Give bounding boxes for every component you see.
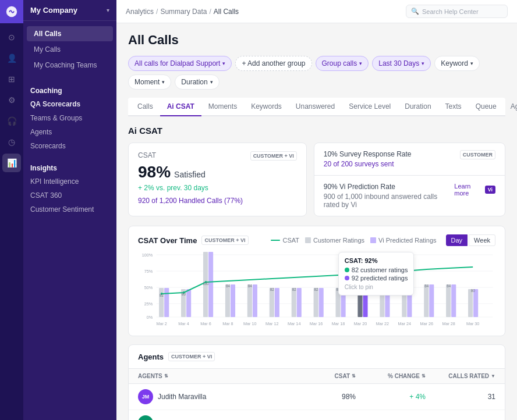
learn-more-link[interactable]: Learn more bbox=[454, 183, 481, 197]
svg-rect-19 bbox=[247, 284, 252, 317]
chevron-down-icon: ▾ bbox=[422, 60, 424, 66]
svg-text:25%: 25% bbox=[144, 301, 153, 307]
nav-icon-chart[interactable]: 📊 bbox=[2, 154, 21, 172]
company-name: My Company bbox=[30, 6, 107, 15]
csat-main-card: CSAT CUSTOMER + VI 98% Satisfied + 2% vs… bbox=[128, 143, 307, 216]
filter-group-label: All calls for Dialpad Support bbox=[134, 59, 220, 67]
sidebar-item-my-calls[interactable]: My Calls bbox=[27, 42, 113, 57]
breadcrumb-all-calls: All Calls bbox=[214, 8, 239, 16]
nav-icon-team[interactable]: ⊞ bbox=[2, 70, 21, 88]
svg-text:Mar 18: Mar 18 bbox=[332, 321, 345, 326]
chart-badge: CUSTOMER + VI bbox=[201, 236, 248, 245]
tab-calls[interactable]: Calls bbox=[130, 98, 160, 116]
survey-badge: CUSTOMER bbox=[460, 150, 495, 159]
tab-unanswered[interactable]: Unanswered bbox=[289, 98, 342, 116]
nav-icon-settings[interactable]: ⚙ bbox=[2, 91, 21, 109]
table-row: AH Adaora Hazubuike 95% + 3% 22 bbox=[129, 410, 505, 420]
breadcrumb-summary-data[interactable]: Summary Data bbox=[160, 8, 207, 16]
th-calls[interactable]: CALLS RATED ▼ bbox=[426, 373, 495, 379]
svg-text:50%: 50% bbox=[144, 285, 153, 290]
sidebar-item-scorecards[interactable]: Scorecards bbox=[23, 139, 116, 153]
tab-texts[interactable]: Texts bbox=[438, 98, 469, 116]
filter-duration[interactable]: Duration ▾ bbox=[175, 74, 219, 90]
tab-agent-status[interactable]: Agent Status bbox=[504, 98, 517, 116]
tooltip-vi-row: 92 predicted ratings bbox=[345, 275, 408, 282]
svg-text:84: 84 bbox=[226, 284, 230, 288]
sidebar-item-qa-scorecards[interactable]: QA Scorecards bbox=[23, 97, 116, 111]
tab-keywords[interactable]: Keywords bbox=[244, 98, 289, 116]
filter-keyword-label: Keyword bbox=[441, 59, 468, 67]
filter-group[interactable]: All calls for Dialpad Support ▾ bbox=[128, 56, 232, 71]
sort-icon: ⇅ bbox=[164, 373, 168, 379]
tab-duration[interactable]: Duration bbox=[398, 98, 438, 116]
sidebar-item-sentiment[interactable]: Customer Sentiment bbox=[23, 202, 116, 216]
filter-group-calls[interactable]: Group calls ▾ bbox=[316, 56, 369, 71]
filter-add-group[interactable]: + Add another group bbox=[235, 56, 311, 71]
filter-last30[interactable]: Last 30 Days ▾ bbox=[372, 56, 431, 71]
breadcrumb: Analytics / Summary Data / All Calls bbox=[126, 8, 402, 16]
th-agents[interactable]: AGENTS ⇅ bbox=[138, 373, 298, 379]
chevron-down-icon: ▾ bbox=[222, 60, 225, 66]
breadcrumb-sep-1: / bbox=[156, 8, 158, 16]
nav-icon-users[interactable]: 👤 bbox=[2, 49, 21, 67]
tab-service-level[interactable]: Service Level bbox=[342, 98, 398, 116]
filter-group-calls-label: Group calls bbox=[322, 59, 357, 67]
sidebar-item-kpi[interactable]: KPI Intelligence bbox=[23, 175, 116, 188]
th-csat[interactable]: CSAT ⇅ bbox=[298, 373, 356, 379]
filter-moment[interactable]: Moment ▾ bbox=[128, 74, 171, 90]
svg-text:84: 84 bbox=[248, 284, 252, 288]
tab-queue[interactable]: Queue bbox=[469, 98, 504, 116]
svg-text:Mar 26: Mar 26 bbox=[420, 321, 433, 326]
sidebar-item-agents[interactable]: Agents bbox=[23, 125, 116, 139]
search-icon: 🔍 bbox=[411, 8, 419, 15]
chart-day-button[interactable]: Day bbox=[446, 234, 468, 246]
nav-icon-clock[interactable]: ◷ bbox=[2, 133, 21, 151]
svg-rect-38 bbox=[451, 284, 456, 317]
svg-text:Mar 6: Mar 6 bbox=[200, 321, 211, 326]
tooltip-vi-label: 92 predicted ratings bbox=[352, 275, 408, 282]
sort-icon: ⇅ bbox=[352, 373, 356, 379]
filter-duration-label: Duration bbox=[181, 78, 207, 86]
tooltip-pin-link[interactable]: Click to pin bbox=[345, 284, 408, 290]
sidebar-item-csat360[interactable]: CSAT 360 bbox=[23, 188, 116, 202]
csat-label: CSAT bbox=[138, 151, 156, 159]
sort-icon: ▼ bbox=[491, 373, 495, 379]
agent-csat: 98% bbox=[298, 393, 356, 401]
survey-title: 10% Survey Response Rate bbox=[324, 150, 412, 158]
th-change[interactable]: % CHANGE ⇅ bbox=[356, 373, 426, 379]
svg-rect-22 bbox=[275, 288, 279, 317]
svg-text:Mar 2: Mar 2 bbox=[156, 321, 167, 326]
chevron-down-icon: ▾ bbox=[359, 60, 362, 66]
tab-ai-csat[interactable]: Ai CSAT bbox=[160, 98, 201, 116]
sidebar-item-teams-groups[interactable]: Teams & Groups bbox=[23, 111, 116, 125]
nav-icon-home[interactable]: ⊙ bbox=[2, 28, 21, 47]
svg-text:Mar 12: Mar 12 bbox=[265, 321, 278, 326]
svg-rect-39 bbox=[468, 289, 473, 317]
company-selector[interactable]: My Company ▾ bbox=[23, 0, 116, 21]
chart-tooltip: CSAT: 92% 82 customer ratings 92 predict… bbox=[338, 252, 415, 296]
svg-rect-37 bbox=[446, 284, 451, 317]
svg-text:Mar 16: Mar 16 bbox=[310, 321, 323, 326]
legend-csat: CSAT bbox=[271, 237, 299, 244]
breadcrumb-analytics[interactable]: Analytics bbox=[126, 8, 154, 16]
tab-moments[interactable]: Moments bbox=[201, 98, 244, 116]
tabs: Calls Ai CSAT Moments Keywords Unanswere… bbox=[128, 98, 505, 116]
filter-keyword[interactable]: Keyword ▾ bbox=[434, 56, 480, 71]
nav-icon-headset[interactable]: 🎧 bbox=[2, 112, 21, 130]
chart-title: CSAT Over Time bbox=[138, 236, 197, 245]
svg-text:0%: 0% bbox=[147, 315, 153, 320]
chevron-down-icon: ▾ bbox=[210, 79, 213, 85]
sidebar-item-coaching-teams[interactable]: My Coaching Teams bbox=[27, 58, 113, 73]
ai-csat-section-title: Ai CSAT bbox=[128, 126, 505, 136]
csat-badge: CUSTOMER + VI bbox=[250, 151, 297, 161]
chart-week-button[interactable]: Week bbox=[469, 234, 495, 246]
sidebar-section-coaching: Coaching bbox=[30, 87, 62, 95]
app-logo bbox=[0, 0, 23, 23]
prediction-subtitle: 900 of 1,000 inbound answered calls rate… bbox=[324, 193, 455, 209]
svg-rect-21 bbox=[270, 288, 274, 317]
breadcrumb-sep-2: / bbox=[209, 8, 211, 16]
svg-rect-12 bbox=[164, 288, 169, 317]
search-bar[interactable]: 🔍 Search Help Center bbox=[406, 5, 508, 18]
sidebar-item-all-calls[interactable]: All Calls bbox=[27, 26, 113, 41]
avatar: JM bbox=[138, 389, 153, 404]
